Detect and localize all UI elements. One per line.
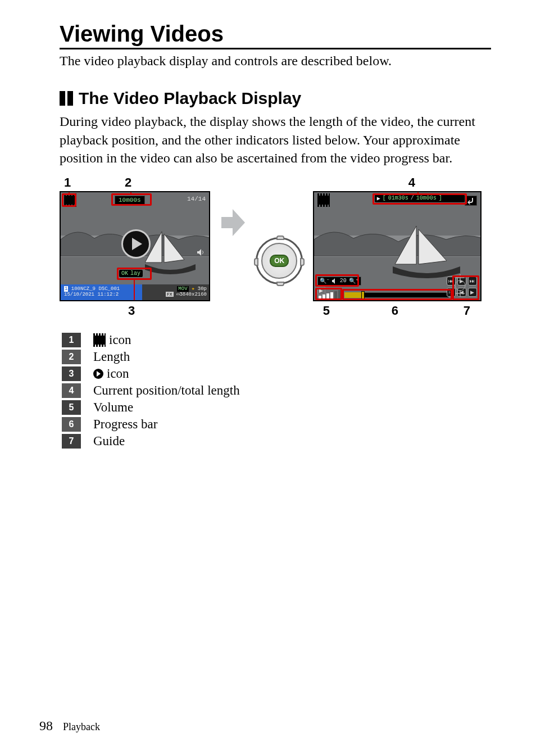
sailboat-illustration (145, 232, 196, 277)
legend-number: 6 (62, 417, 81, 432)
lcd-screenshot-playing: ▶ [ 01m30s / 10m00s ] 🔍⁻ 20 🔍⁺ (313, 191, 482, 301)
callout-number: 5 (323, 304, 330, 318)
legend-text: Volume (93, 400, 133, 415)
legend-row: 4 Current position/total length (60, 382, 491, 399)
callout-number: 6 (392, 304, 398, 318)
legend-number: 4 (62, 383, 81, 398)
speaker-icon (197, 248, 205, 256)
legend-text: Length (93, 350, 130, 364)
legend-row: 3 icon (60, 365, 491, 382)
legend-text: Current position/total length (93, 383, 240, 398)
legend-number: 7 (62, 434, 81, 449)
section-heading: The Video Playback Display (60, 89, 491, 108)
legend-number: 3 (62, 366, 81, 381)
play-icon (93, 369, 103, 379)
frame-counter-osd: 14/14 (187, 196, 206, 202)
multi-selector-ok-icon: OK (253, 237, 306, 284)
callout-number: 2 (125, 175, 131, 190)
legend-text: Progress bar (93, 417, 157, 432)
legend-text: icon (109, 333, 131, 347)
heading-bars-icon (60, 91, 73, 106)
lcd-screenshot-before: 10m00s 14/14 OKlay 1 100NCZ_9 DSC_001 15… (60, 191, 210, 301)
section-heading-text: The Video Playback Display (79, 89, 301, 108)
section-name: Playback (63, 721, 100, 733)
arrow-right-icon (216, 175, 252, 238)
legend-row: 2 Length (60, 348, 491, 365)
legend-number: 1 (62, 333, 81, 347)
legend-row: 7 Guide (60, 433, 491, 450)
callout-number: 3 (128, 304, 135, 318)
callout-number: 1 (64, 175, 71, 190)
callout-number: 4 (408, 175, 415, 190)
film-icon (93, 336, 106, 345)
metadata-strip: 1 100NCZ_9 DSC_001 15/10/2021 11:12:2 MO… (61, 284, 209, 300)
ok-label: OK (270, 255, 289, 267)
legend-text: icon (107, 366, 129, 381)
legend-text: Guide (93, 434, 125, 449)
intro-text: The video playback display and controls … (60, 52, 491, 70)
page-title: Viewing Videos (60, 21, 491, 49)
figure-row: 1 2 10m00s 14/14 OKlay (60, 175, 491, 301)
legend-number: 5 (62, 400, 81, 415)
play-button-icon (121, 229, 151, 259)
legend-row: 5 Volume (60, 399, 491, 416)
callout-number: 7 (464, 304, 470, 318)
legend-row: 1 icon (60, 332, 491, 348)
sailboat-illustration (393, 226, 460, 282)
page-number: 98 (39, 718, 53, 734)
page-footer: 98 Playback (39, 718, 100, 734)
legend-number: 2 (62, 350, 81, 364)
section-body: During video playback, the display shows… (60, 112, 491, 167)
legend-list: 1 icon 2 Length 3 icon 4 Current positio… (60, 332, 491, 450)
film-icon (317, 196, 330, 205)
legend-row: 6 Progress bar (60, 416, 491, 433)
